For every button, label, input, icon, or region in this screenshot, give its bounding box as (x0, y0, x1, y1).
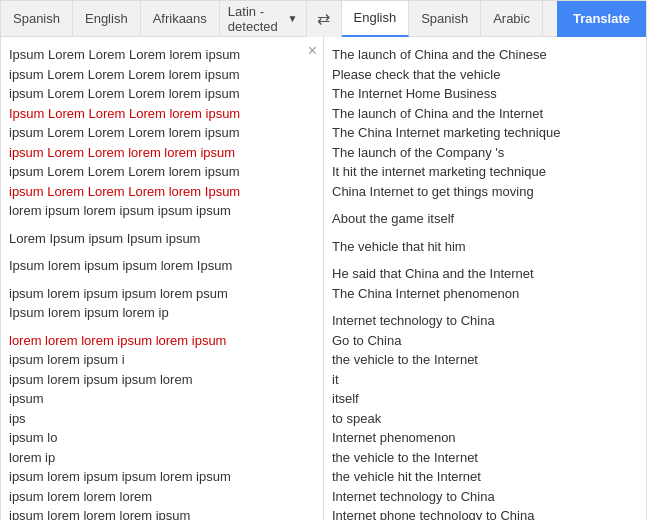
source-line: Ipsum Lorem Lorem Lorem lorem ipsum (9, 104, 295, 124)
translated-line: The vehicle that hit him (332, 237, 638, 257)
source-text-content: Ipsum Lorem Lorem Lorem lorem ipsumipsum… (9, 45, 315, 520)
clear-button[interactable]: × (308, 43, 317, 59)
translated-line: The China Internet marketing technique (332, 123, 638, 143)
blank-line (9, 221, 295, 229)
source-line: lorem ip (9, 448, 295, 468)
translated-text-panel: The launch of China and the ChinesePleas… (324, 37, 646, 520)
translated-line: The Internet Home Business (332, 84, 638, 104)
source-tab-spanish[interactable]: Spanish (1, 1, 73, 37)
translated-line: The launch of China and the Internet (332, 104, 638, 124)
translated-line: the vehicle to the Internet (332, 448, 638, 468)
source-tab-detected[interactable]: Latin - detected ▼ (220, 4, 306, 34)
translated-text-content: The launch of China and the ChinesePleas… (332, 45, 638, 520)
chevron-down-icon: ▼ (288, 13, 298, 24)
translated-line: The launch of China and the Chinese (332, 45, 638, 65)
source-language-tabs: Spanish English Afrikaans Latin - detect… (1, 1, 306, 37)
source-line: ipsum Lorem Lorem Lorem lorem ipsum (9, 84, 295, 104)
translated-line: Internet phone technology to China (332, 506, 638, 520)
translated-line: the vehicle to the Internet (332, 350, 638, 370)
translated-line: Go to China (332, 331, 638, 351)
blank-line (9, 248, 295, 256)
translated-line: The China Internet phenomenon (332, 284, 638, 304)
translated-line: itself (332, 389, 638, 409)
source-line: lorem lorem lorem ipsum lorem ipsum (9, 331, 295, 351)
translate-button[interactable]: Translate (557, 1, 646, 37)
target-tab-arabic[interactable]: Arabic (481, 1, 543, 37)
source-line: ipsum lorem ipsum i (9, 350, 295, 370)
source-line: lorem ipsum lorem ipsum ipsum ipsum (9, 201, 295, 221)
source-text-panel: × Ipsum Lorem Lorem Lorem lorem ipsumips… (1, 37, 324, 520)
translated-line: Please check that the vehicle (332, 65, 638, 85)
translator-app: Spanish English Afrikaans Latin - detect… (0, 0, 647, 520)
blank-line (9, 323, 295, 331)
translated-line: to speak (332, 409, 638, 429)
blank-line (9, 276, 295, 284)
blank-line (332, 256, 638, 264)
translated-line: About the game itself (332, 209, 638, 229)
source-tab-afrikaans[interactable]: Afrikaans (141, 1, 220, 37)
translated-line: Internet phenomenon (332, 428, 638, 448)
source-line: ipsum lorem lorem lorem ipsum (9, 506, 295, 520)
translated-line: China Internet to get things moving (332, 182, 638, 202)
source-line: ipsum Lorem Lorem Lorem lorem ipsum (9, 65, 295, 85)
translated-line: Internet technology to China (332, 311, 638, 331)
source-line: Ipsum lorem ipsum ipsum lorem Ipsum (9, 256, 295, 276)
target-language-tabs: English Spanish Arabic Translate (342, 1, 647, 37)
blank-line (332, 229, 638, 237)
source-line: Ipsum Lorem Lorem Lorem lorem ipsum (9, 45, 295, 65)
source-line: ipsum Lorem Lorem Lorem lorem ipsum (9, 162, 295, 182)
source-line: ipsum lorem ipsum ipsum lorem (9, 370, 295, 390)
translated-line: the vehicle hit the Internet (332, 467, 638, 487)
source-line: ipsum Lorem Lorem Lorem lorem ipsum (9, 123, 295, 143)
source-line: ipsum (9, 389, 295, 409)
source-line: ipsum lorem ipsum ipsum lorem ipsum (9, 467, 295, 487)
source-line: ipsum Lorem Lorem Lorem lorem Ipsum (9, 182, 295, 202)
source-line: ipsum lorem ipsum ipsum lorem psum (9, 284, 295, 304)
swap-languages-button[interactable]: ⇄ (306, 1, 342, 37)
translated-line: He said that China and the Internet (332, 264, 638, 284)
toolbar: Spanish English Afrikaans Latin - detect… (1, 1, 646, 37)
source-line: ipsum Lorem Lorem lorem lorem ipsum (9, 143, 295, 163)
blank-line (332, 201, 638, 209)
translated-line: The launch of the Company 's (332, 143, 638, 163)
translated-line: it (332, 370, 638, 390)
blank-line (332, 303, 638, 311)
source-line: ipsum lo (9, 428, 295, 448)
translated-line: Internet technology to China (332, 487, 638, 507)
main-content: × Ipsum Lorem Lorem Lorem lorem ipsumips… (1, 37, 646, 520)
target-tab-english[interactable]: English (342, 1, 410, 37)
source-line: Ipsum lorem ipsum lorem ip (9, 303, 295, 323)
source-tab-english[interactable]: English (73, 1, 141, 37)
translated-line: It hit the internet marketing technique (332, 162, 638, 182)
source-line: Lorem Ipsum ipsum Ipsum ipsum (9, 229, 295, 249)
target-tab-spanish[interactable]: Spanish (409, 1, 481, 37)
source-line: ipsum lorem lorem lorem (9, 487, 295, 507)
source-line: ips (9, 409, 295, 429)
